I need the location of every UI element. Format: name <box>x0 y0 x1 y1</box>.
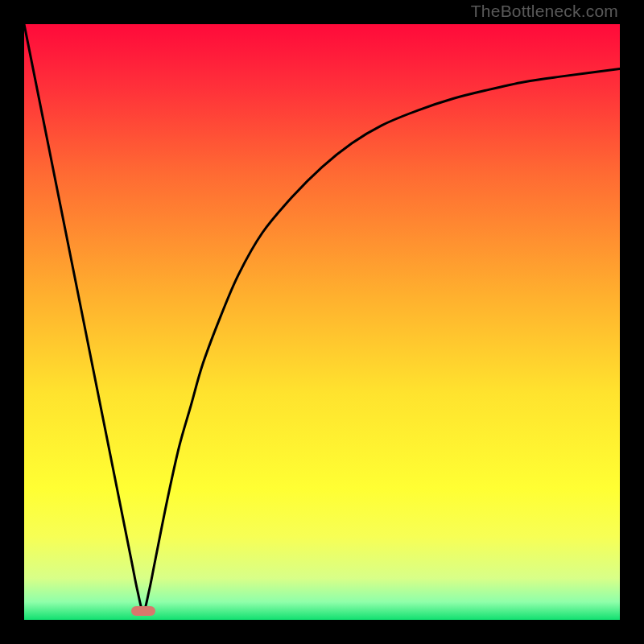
chart-frame: TheBottleneck.com <box>0 0 644 644</box>
bottleneck-curve <box>24 24 620 620</box>
watermark-text: TheBottleneck.com <box>471 2 618 21</box>
optimum-marker <box>131 606 155 616</box>
plot-area <box>24 24 620 620</box>
